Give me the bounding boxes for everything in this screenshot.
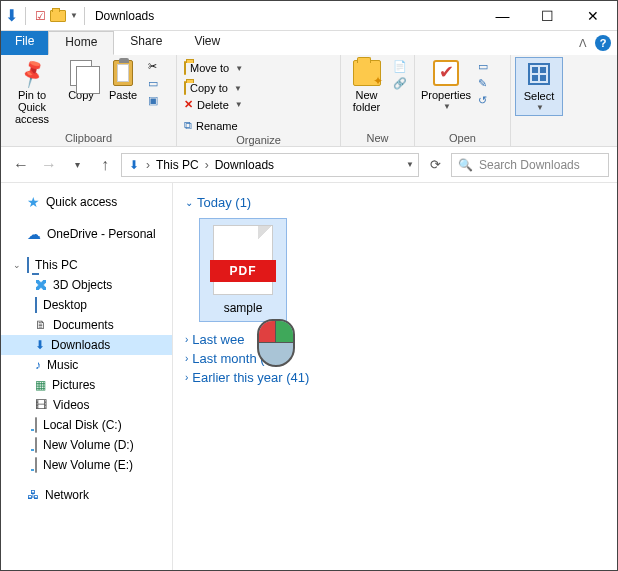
minimize-button[interactable]: — bbox=[480, 1, 525, 30]
tab-home[interactable]: Home bbox=[48, 31, 114, 55]
properties-icon: ✔ bbox=[432, 59, 460, 87]
paste-shortcut-button[interactable]: ▣ bbox=[145, 93, 161, 108]
tab-view[interactable]: View bbox=[178, 31, 236, 55]
qat-folder-icon[interactable] bbox=[50, 8, 66, 24]
sidebar-item-music[interactable]: ♪Music bbox=[1, 355, 172, 375]
back-button[interactable]: ← bbox=[9, 153, 33, 177]
open-button[interactable]: ▭ bbox=[475, 59, 491, 74]
shortcut-icon: ▣ bbox=[148, 94, 158, 107]
sidebar-item-videos[interactable]: 🎞Videos bbox=[1, 395, 172, 415]
copy-path-button[interactable]: ▭ bbox=[145, 76, 161, 91]
3d-icon: 🞮 bbox=[35, 278, 47, 292]
new-item-button[interactable]: 📄 bbox=[390, 59, 410, 74]
group-last-week[interactable]: ›Last wee bbox=[185, 330, 605, 349]
qat-dropdown-icon[interactable]: ▼ bbox=[70, 11, 78, 20]
file-item-sample[interactable]: PDF sample bbox=[199, 218, 287, 322]
pictures-icon: ▦ bbox=[35, 378, 46, 392]
tab-file[interactable]: File bbox=[1, 31, 48, 55]
close-button[interactable]: ✕ bbox=[570, 1, 615, 30]
cut-button[interactable]: ✂ bbox=[145, 59, 161, 74]
easy-access-button[interactable]: 🔗 bbox=[390, 76, 410, 91]
location-icon: ⬇ bbox=[126, 157, 142, 173]
file-name: sample bbox=[204, 299, 282, 317]
sidebar-item-desktop[interactable]: Desktop bbox=[1, 295, 172, 315]
breadcrumb[interactable]: ⬇ › This PC › Downloads ▼ bbox=[121, 153, 419, 177]
search-icon: 🔍 bbox=[458, 158, 473, 172]
delete-button[interactable]: ✕Delete▼ bbox=[181, 97, 259, 112]
sidebar-item-documents[interactable]: 🗎Documents bbox=[1, 315, 172, 335]
network-icon: 🖧 bbox=[27, 488, 39, 502]
pin-quick-access-button[interactable]: 📌 Pin to Quick access bbox=[5, 57, 59, 127]
documents-icon: 🗎 bbox=[35, 318, 47, 332]
new-item-icon: 📄 bbox=[393, 60, 407, 73]
sidebar-item-new-volume-e[interactable]: New Volume (E:) bbox=[1, 455, 172, 475]
sidebar-item-downloads[interactable]: ⬇Downloads bbox=[1, 335, 172, 355]
group-organize-label: Organize bbox=[181, 133, 336, 148]
paste-icon bbox=[109, 59, 137, 87]
downloads-icon: ⬇ bbox=[35, 338, 45, 352]
sidebar-onedrive[interactable]: ▸☁OneDrive - Personal bbox=[1, 223, 172, 245]
properties-label: Properties bbox=[421, 89, 471, 101]
qat-properties-icon[interactable]: ☑ bbox=[32, 8, 48, 24]
recent-dropdown[interactable]: ▾ bbox=[65, 153, 89, 177]
tab-share[interactable]: Share bbox=[114, 31, 178, 55]
videos-icon: 🎞 bbox=[35, 398, 47, 412]
refresh-button[interactable]: ⟳ bbox=[423, 153, 447, 177]
sidebar-quick-access[interactable]: ▸★Quick access bbox=[1, 191, 172, 213]
copy-to-button[interactable]: Copy to▼ bbox=[181, 81, 259, 95]
group-today[interactable]: ⌄Today (1) bbox=[185, 193, 605, 212]
copy-button[interactable]: Copy bbox=[61, 57, 101, 103]
ribbon-tabs: File Home Share View bbox=[1, 31, 617, 55]
star-icon: ★ bbox=[27, 194, 40, 210]
drive-icon bbox=[35, 438, 37, 452]
open-icon: ▭ bbox=[478, 60, 488, 73]
new-folder-button[interactable]: New folder bbox=[345, 57, 388, 115]
file-list[interactable]: ⌄Today (1) PDF sample ›Last wee ›Last mo… bbox=[173, 183, 617, 570]
edit-button[interactable]: ✎ bbox=[475, 76, 491, 91]
pdf-icon: PDF bbox=[213, 225, 273, 295]
select-label: Select bbox=[524, 90, 555, 102]
app-icon: ⬇ bbox=[3, 8, 19, 24]
group-earlier-this-year[interactable]: ›Earlier this year (41) bbox=[185, 368, 605, 387]
chevron-right-icon: › bbox=[185, 353, 188, 364]
ribbon-collapse-icon[interactable]: ᐱ bbox=[579, 37, 587, 50]
desktop-icon bbox=[35, 298, 37, 312]
copy-icon bbox=[67, 59, 95, 87]
sidebar-item-3d-objects[interactable]: 🞮3D Objects bbox=[1, 275, 172, 295]
navigation-pane: ▸★Quick access ▸☁OneDrive - Personal ⌄Th… bbox=[1, 183, 173, 570]
sidebar-item-local-disk-c[interactable]: Local Disk (C:) bbox=[1, 415, 172, 435]
forward-button[interactable]: → bbox=[37, 153, 61, 177]
move-to-button[interactable]: Move to▼ bbox=[181, 61, 259, 75]
pc-icon bbox=[27, 258, 29, 272]
select-button[interactable]: Select ▼ bbox=[515, 57, 563, 116]
sidebar-item-pictures[interactable]: ▦Pictures bbox=[1, 375, 172, 395]
pin-label: Pin to Quick access bbox=[7, 89, 57, 125]
nav-bar: ← → ▾ ↑ ⬇ › This PC › Downloads ▼ ⟳ 🔍 Se… bbox=[1, 147, 617, 183]
cloud-icon: ☁ bbox=[27, 226, 41, 242]
sidebar-this-pc[interactable]: ⌄This PC bbox=[1, 255, 172, 275]
group-clipboard-label: Clipboard bbox=[5, 131, 172, 146]
drive-icon bbox=[35, 458, 37, 472]
breadcrumb-dropdown-icon[interactable]: ▼ bbox=[406, 160, 414, 169]
group-open-label: Open bbox=[419, 131, 506, 146]
properties-button[interactable]: ✔ Properties ▼ bbox=[419, 57, 473, 114]
maximize-button[interactable]: ☐ bbox=[525, 1, 570, 30]
copyto-icon bbox=[184, 82, 186, 94]
up-button[interactable]: ↑ bbox=[93, 153, 117, 177]
rename-icon: ⧉ bbox=[184, 119, 192, 132]
paste-button[interactable]: Paste bbox=[103, 57, 143, 103]
sidebar-network[interactable]: ▸🖧Network bbox=[1, 485, 172, 505]
sidebar-item-new-volume-d[interactable]: New Volume (D:) bbox=[1, 435, 172, 455]
pin-icon: 📌 bbox=[13, 54, 51, 92]
ribbon: 📌 Pin to Quick access Copy Paste ✂ ▭ ▣ C… bbox=[1, 55, 617, 147]
group-last-month[interactable]: ›Last month (10) bbox=[185, 349, 605, 368]
history-button[interactable]: ↺ bbox=[475, 93, 491, 108]
help-icon[interactable]: ? bbox=[595, 35, 611, 51]
window-title: Downloads bbox=[95, 9, 154, 23]
search-box[interactable]: 🔍 Search Downloads bbox=[451, 153, 609, 177]
breadcrumb-current[interactable]: Downloads bbox=[213, 158, 276, 172]
rename-button[interactable]: ⧉Rename bbox=[181, 118, 259, 133]
drive-icon bbox=[35, 418, 37, 432]
select-icon bbox=[525, 60, 553, 88]
breadcrumb-root[interactable]: This PC bbox=[154, 158, 201, 172]
